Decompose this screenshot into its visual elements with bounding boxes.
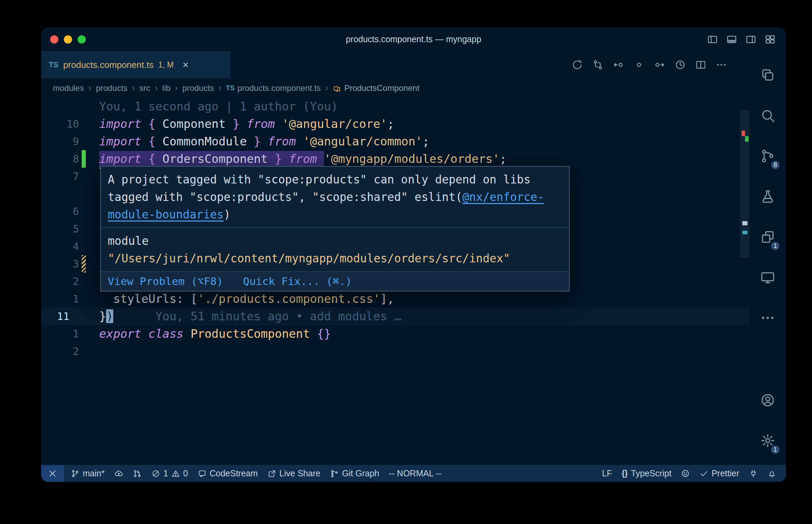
- code-text[interactable]: import { OrdersComponent } from '@myngap…: [99, 150, 749, 168]
- status-prettier[interactable]: Prettier: [695, 465, 744, 482]
- activity-bar-item-copy[interactable]: [750, 55, 786, 95]
- view-problem-action[interactable]: View Problem (⌥F8): [108, 273, 223, 290]
- eslint-rule-link[interactable]: @nx/enforce-: [462, 190, 544, 204]
- line-number[interactable]: 1: [41, 325, 99, 343]
- status-remote-indicator[interactable]: [41, 465, 64, 482]
- status-vim-mode[interactable]: -- NORMAL --: [384, 465, 446, 482]
- code-text[interactable]: import { CommonModule } from '@angular/c…: [99, 133, 749, 150]
- activity-bar-item-ellipsis[interactable]: [750, 298, 786, 338]
- code-line[interactable]: 9import { CommonModule } from '@angular/…: [41, 133, 749, 150]
- breadcrumb-symbol[interactable]: ProductsComponent: [333, 83, 419, 93]
- breadcrumb-file-label: products.component.ts: [237, 83, 321, 93]
- split-editor-button[interactable]: [695, 59, 707, 71]
- eslint-rule-link[interactable]: module-boundaries: [108, 208, 224, 221]
- code-text[interactable]: styleUrls: ['./products.component.css'],: [99, 290, 749, 308]
- code-line[interactable]: 8import { OrdersComponent } from '@mynga…: [41, 150, 749, 168]
- status-live-share[interactable]: Live Share: [263, 465, 325, 482]
- layout-panel-button[interactable]: [726, 34, 737, 45]
- code-line[interactable]: 2: [41, 343, 749, 360]
- line-number[interactable]: 2: [41, 343, 99, 360]
- git-graph-icon: [330, 469, 339, 478]
- line-number[interactable]: 3: [41, 255, 99, 273]
- error-count: 1: [163, 468, 168, 478]
- layout-grid-button[interactable]: [765, 34, 776, 45]
- breadcrumb-item-src[interactable]: src: [139, 83, 150, 93]
- status-git-branch[interactable]: main*: [66, 465, 109, 482]
- circle-button[interactable]: [633, 59, 645, 71]
- more-button[interactable]: [716, 59, 727, 71]
- status-problems[interactable]: 10: [147, 465, 193, 482]
- zoom-window-button[interactable]: [78, 35, 86, 44]
- tab-products-component[interactable]: TS products.component.ts 1, M ×: [41, 51, 231, 78]
- tab-close-icon[interactable]: ×: [183, 60, 189, 70]
- status-plug[interactable]: [744, 465, 763, 482]
- status-pull-request[interactable]: [128, 465, 147, 482]
- line-number[interactable]: 2: [41, 273, 99, 290]
- quick-fix-action[interactable]: Quick Fix... (⌘.): [243, 273, 352, 290]
- line-number[interactable]: [41, 185, 99, 203]
- line-number[interactable]: 4: [41, 238, 99, 255]
- line-number[interactable]: 5: [41, 220, 99, 238]
- overview-ruler[interactable]: [740, 98, 749, 465]
- line-number[interactable]: 8: [41, 150, 99, 168]
- code-text[interactable]: import { Component } from '@angular/core…: [99, 115, 749, 133]
- traffic-lights: [41, 35, 86, 44]
- line-number[interactable]: 10: [41, 115, 99, 133]
- activity-bar-item-search[interactable]: [750, 95, 786, 136]
- plug-icon: [749, 469, 758, 478]
- activity-bar-item-layers[interactable]: 1: [750, 217, 786, 257]
- live-share-icon: [267, 469, 276, 478]
- code-text[interactable]: export class ProductsComponent {}: [99, 325, 749, 343]
- ruler-decoration-mark: [742, 231, 747, 234]
- status-eol-indicator[interactable]: LF: [597, 465, 617, 482]
- status-publish-changes[interactable]: [109, 465, 128, 482]
- beaker-icon: [760, 189, 776, 204]
- minimize-window-button[interactable]: [64, 35, 72, 44]
- ellipsis-icon: [760, 310, 776, 326]
- line-number[interactable]: 1: [41, 290, 99, 308]
- code-text[interactable]: [99, 343, 749, 360]
- layout-panel-icon: [726, 34, 737, 45]
- close-window-button[interactable]: [50, 35, 58, 44]
- layout-sidebar-right-button[interactable]: [745, 34, 756, 45]
- code-line[interactable]: 1 styleUrls: ['./products.component.css'…: [41, 290, 749, 308]
- activity-bar-item-commit-graph[interactable]: 8: [750, 136, 786, 176]
- breadcrumb-item-modules[interactable]: modules: [53, 83, 84, 93]
- warning-count: 0: [183, 468, 188, 478]
- status-feedback[interactable]: [676, 465, 695, 482]
- history-button[interactable]: [571, 59, 583, 71]
- titlebar-layout-controls: [707, 34, 786, 45]
- code-line[interactable]: 10import { Component } from '@angular/co…: [41, 115, 749, 133]
- breadcrumb-item-products[interactable]: products: [96, 83, 127, 93]
- line-number[interactable]: 6: [41, 203, 99, 220]
- line-number[interactable]: 9: [41, 133, 99, 150]
- code-line[interactable]: 11})You, 51 minutes ago • add modules …: [41, 308, 749, 325]
- activity-bar-item-gear[interactable]: 1: [750, 420, 786, 461]
- symbol-class-icon: [333, 84, 341, 93]
- gitlens-file-blame: You, 1 second ago | 1 author (You): [99, 99, 338, 113]
- prev-change-button[interactable]: [613, 59, 624, 71]
- activity-bar-item-account[interactable]: [750, 380, 786, 420]
- status-label: main*: [83, 468, 105, 478]
- clock-button[interactable]: [674, 59, 686, 71]
- status-git-graph[interactable]: Git Graph: [325, 465, 384, 482]
- editor[interactable]: You, 1 second ago | 1 author (You)10impo…: [41, 98, 749, 465]
- layout-sidebar-left-button[interactable]: [707, 34, 718, 45]
- tab-decoration: 1, M: [158, 60, 174, 70]
- breadcrumb-file[interactable]: TSproducts.component.ts: [226, 83, 321, 93]
- next-change-button[interactable]: [654, 59, 665, 71]
- line-number[interactable]: 7: [41, 168, 99, 185]
- breadcrumb-item-products[interactable]: products: [182, 83, 214, 93]
- activity-bar-item-beaker[interactable]: [750, 176, 786, 217]
- breadcrumb-item-lib[interactable]: lib: [162, 83, 171, 93]
- status-codestream[interactable]: CodeStream: [193, 465, 263, 482]
- breadcrumb-separator: ›: [132, 83, 135, 93]
- status-language-mode[interactable]: {}TypeScript: [617, 465, 676, 482]
- activity-bar-item-device-screen[interactable]: [750, 257, 786, 298]
- code-text[interactable]: })You, 51 minutes ago • add modules …: [99, 308, 749, 325]
- line-number[interactable]: 11: [41, 308, 99, 325]
- git-compare-button[interactable]: [592, 59, 604, 71]
- status-label: LF: [602, 468, 612, 478]
- code-line[interactable]: 1export class ProductsComponent {}: [41, 325, 749, 343]
- status-notifications[interactable]: [763, 465, 781, 482]
